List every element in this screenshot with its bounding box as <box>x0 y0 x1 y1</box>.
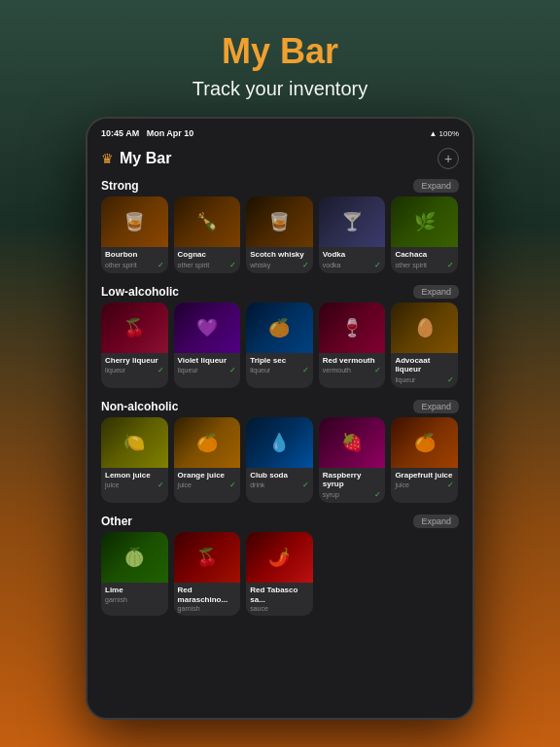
item-card-grapefruit.juice[interactable]: 🍊Grapefruit juicejuice✓ <box>391 417 458 503</box>
check-icon: ✓ <box>374 366 381 374</box>
item-card-orange.juice[interactable]: 🍊Orange juicejuice✓ <box>174 417 241 503</box>
check-icon: ✓ <box>229 261 236 269</box>
item-category-red.tabasco.sa...: sauce <box>250 605 309 612</box>
app-header-title: My Bar <box>120 150 171 167</box>
device-frame: 10:45 AM Mon Apr 10 ▲ 100% ♛ My Bar + St… <box>86 117 474 720</box>
status-icons: ▲ 100% <box>429 129 459 138</box>
expand-button-other[interactable]: Expand <box>413 515 459 528</box>
item-card-violet.liqueur[interactable]: 💜Violet liqueurliqueur✓ <box>174 302 241 388</box>
item-card-raspberry.syrup[interactable]: 🍓Raspberry syrupsyrup✓ <box>319 417 386 503</box>
item-category-cherry.liqueur: liqueur✓ <box>105 366 164 374</box>
item-card-triple.sec[interactable]: 🍊Triple secliqueur✓ <box>246 302 313 388</box>
item-category-grapefruit.juice: juice✓ <box>395 480 454 489</box>
item-category-club.soda: drink✓ <box>250 480 309 489</box>
item-name-lemon.juice: Lemon juice <box>105 471 164 480</box>
item-category-scotch.whisky: whisky✓ <box>250 261 309 269</box>
item-image-lime: 🍈 <box>101 532 168 583</box>
app-header-left: ♛ My Bar <box>101 150 171 167</box>
item-name-cachaca: Cachaca <box>395 250 454 260</box>
section-non-alcoholic: Non-alcoholicExpand🍋Lemon juicejuice✓🍊Or… <box>88 394 472 509</box>
item-image-red.tabasco.sa...: 🌶️ <box>246 532 313 583</box>
item-category-raspberry.syrup: syrup✓ <box>323 490 382 499</box>
item-category-advocaat.liqueur: liqueur✓ <box>395 375 454 384</box>
check-icon: ✓ <box>158 480 164 489</box>
item-image-advocaat.liqueur: 🥚 <box>391 302 458 353</box>
item-category-red.vermouth: vermouth✓ <box>323 366 382 374</box>
check-icon: ✓ <box>158 366 164 374</box>
item-category-lemon.juice: juice✓ <box>105 480 164 489</box>
item-image-cachaca: 🌿 <box>391 196 458 247</box>
item-card-club.soda[interactable]: 💧Club sodadrink✓ <box>246 417 313 503</box>
expand-button-low-alcoholic[interactable]: Expand <box>413 285 459 299</box>
item-image-lemon.juice: 🍋 <box>101 417 168 468</box>
section-title-strong: Strong <box>101 179 139 193</box>
item-name-violet.liqueur: Violet liqueur <box>178 356 237 366</box>
item-name-cherry.liqueur: Cherry liqueur <box>105 356 164 366</box>
items-row-non-alcoholic: 🍋Lemon juicejuice✓🍊Orange juicejuice✓💧Cl… <box>88 417 472 503</box>
item-card-vodka[interactable]: 🍸Vodkavodka✓ <box>319 196 386 273</box>
item-image-cherry.liqueur: 🍒 <box>101 302 168 353</box>
section-title-other: Other <box>101 515 132 528</box>
item-image-bourbon: 🥃 <box>101 196 168 247</box>
item-name-red.tabasco.sa...: Red Tabasco sa... <box>250 586 309 604</box>
item-category-red.maraschino...: garnish <box>178 605 237 612</box>
scroll-content: StrongExpand🥃Bourbonother spirit✓🍾Cognac… <box>88 173 472 714</box>
check-icon: ✓ <box>229 366 236 374</box>
section-header-other: OtherExpand <box>88 509 472 532</box>
status-bar: 10:45 AM Mon Apr 10 ▲ 100% <box>88 119 472 142</box>
item-name-cognac: Cognac <box>178 250 237 260</box>
add-button[interactable]: + <box>438 148 459 169</box>
item-name-bourbon: Bourbon <box>105 250 164 260</box>
expand-button-non-alcoholic[interactable]: Expand <box>413 400 459 413</box>
item-name-club.soda: Club soda <box>250 471 309 480</box>
item-image-orange.juice: 🍊 <box>174 417 241 468</box>
item-image-red.vermouth: 🍷 <box>319 302 386 353</box>
status-time: 10:45 AM Mon Apr 10 <box>101 128 193 138</box>
item-category-bourbon: other spirit✓ <box>105 261 164 269</box>
item-card-red.vermouth[interactable]: 🍷Red vermouthvermouth✓ <box>319 302 386 388</box>
item-name-orange.juice: Orange juice <box>178 471 237 480</box>
check-icon: ✓ <box>447 261 454 269</box>
item-card-lemon.juice[interactable]: 🍋Lemon juicejuice✓ <box>101 417 168 503</box>
items-row-strong: 🥃Bourbonother spirit✓🍾Cognacother spirit… <box>88 196 472 273</box>
check-icon: ✓ <box>302 480 309 489</box>
item-name-red.vermouth: Red vermouth <box>323 356 382 366</box>
item-category-triple.sec: liqueur✓ <box>250 366 309 374</box>
item-card-red.tabasco.sa...[interactable]: 🌶️Red Tabasco sa...sauce <box>246 532 313 616</box>
item-card-bourbon[interactable]: 🥃Bourbonother spirit✓ <box>101 196 168 273</box>
item-card-scotch.whisky[interactable]: 🥃Scotch whiskywhisky✓ <box>246 196 313 273</box>
items-row-other: 🍈Limegarnish🍒Red maraschino...garnish🌶️R… <box>88 532 472 616</box>
item-card-cachaca[interactable]: 🌿Cachacaother spirit✓ <box>391 196 458 273</box>
item-image-scotch.whisky: 🥃 <box>246 196 313 247</box>
item-name-grapefruit.juice: Grapefruit juice <box>395 471 454 480</box>
item-card-red.maraschino...[interactable]: 🍒Red maraschino...garnish <box>174 532 241 616</box>
section-title-non-alcoholic: Non-alcoholic <box>101 400 178 413</box>
item-image-club.soda: 💧 <box>246 417 313 468</box>
item-card-cherry.liqueur[interactable]: 🍒Cherry liqueurliqueur✓ <box>101 302 168 388</box>
check-icon: ✓ <box>374 490 381 499</box>
hero-title: My Bar <box>0 0 560 72</box>
item-category-vodka: vodka✓ <box>323 261 382 269</box>
item-card-cognac[interactable]: 🍾Cognacother spirit✓ <box>174 196 241 273</box>
section-strong: StrongExpand🥃Bourbonother spirit✓🍾Cognac… <box>88 173 472 279</box>
item-image-grapefruit.juice: 🍊 <box>391 417 458 468</box>
item-name-raspberry.syrup: Raspberry syrup <box>323 471 382 489</box>
items-row-low-alcoholic: 🍒Cherry liqueurliqueur✓💜Violet liqueurli… <box>88 302 472 388</box>
item-name-triple.sec: Triple sec <box>250 356 309 366</box>
item-image-vodka: 🍸 <box>319 196 386 247</box>
check-icon: ✓ <box>302 261 309 269</box>
item-image-triple.sec: 🍊 <box>246 302 313 353</box>
item-card-advocaat.liqueur[interactable]: 🥚Advocaat liqueurliqueur✓ <box>391 302 458 388</box>
section-title-low-alcoholic: Low-alcoholic <box>101 285 179 299</box>
check-icon: ✓ <box>229 480 236 489</box>
item-name-advocaat.liqueur: Advocaat liqueur <box>395 356 454 374</box>
item-image-raspberry.syrup: 🍓 <box>319 417 386 468</box>
section-header-strong: StrongExpand <box>88 173 472 196</box>
item-name-scotch.whisky: Scotch whisky <box>250 250 309 260</box>
section-low-alcoholic: Low-alcoholicExpand🍒Cherry liqueurliqueu… <box>88 279 472 394</box>
item-category-cognac: other spirit✓ <box>178 261 237 269</box>
item-card-lime[interactable]: 🍈Limegarnish <box>101 532 168 616</box>
expand-button-strong[interactable]: Expand <box>413 179 459 193</box>
check-icon: ✓ <box>447 480 454 489</box>
item-name-vodka: Vodka <box>323 250 382 260</box>
